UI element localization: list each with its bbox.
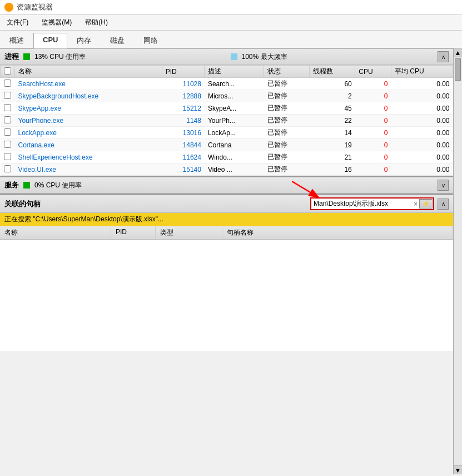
avg-cpu-cell: 0.00 (391, 90, 453, 102)
row-checkbox[interactable] (4, 80, 11, 87)
cpu-cell: 0 (355, 163, 391, 176)
app-icon (4, 3, 13, 12)
table-row[interactable]: SkypeBackgroundHost.exe 12888 Micros... … (1, 90, 453, 102)
row-checkbox[interactable] (4, 92, 11, 99)
pid-cell: 13016 (162, 127, 205, 139)
handles-col-name[interactable]: 名称 (0, 226, 111, 239)
services-cpu-usage: 0% CPU 使用率 (34, 181, 433, 190)
tab-bar: 概述 CPU 内存 磁盘 网络 (0, 31, 462, 48)
pid-cell: 14844 (162, 139, 205, 151)
status-cell: 已暂停 (264, 139, 309, 151)
handles-searching-status: 正在搜索 "C:\Users\SuperMan\Desktop\演示版.xlsx… (0, 213, 453, 226)
status-cell: 已暂停 (264, 78, 309, 90)
menu-monitor[interactable]: 监视器(M) (39, 17, 74, 28)
menu-help[interactable]: 帮助(H) (83, 17, 110, 28)
avg-cpu-cell: 0.00 (391, 127, 453, 139)
tab-overview[interactable]: 概述 (0, 33, 33, 48)
table-row[interactable]: LockApp.exe 13016 LockAp... 已暂停 14 0 0.0… (1, 127, 453, 139)
pid-cell: 1148 (162, 115, 205, 127)
services-title: 服务 (4, 180, 19, 190)
row-checkbox[interactable] (4, 153, 11, 160)
handles-table-body (0, 240, 453, 351)
vertical-scrollbar[interactable]: ▲ ▼ (453, 48, 462, 474)
status-cell: 已暂停 (264, 151, 309, 163)
handles-col-type[interactable]: 类型 (156, 226, 222, 239)
col-checkbox[interactable] (1, 66, 15, 78)
handles-search-input[interactable] (312, 200, 412, 209)
process-name-cell: ShellExperienceHost.exe (15, 151, 162, 163)
row-checkbox[interactable] (4, 128, 11, 136)
avg-cpu-cell: 0.00 (391, 139, 453, 151)
table-row[interactable]: Cortana.exe 14844 Cortana 已暂停 19 0 0.00 (1, 139, 453, 151)
col-desc[interactable]: 描述 (205, 66, 264, 78)
table-row[interactable]: SearchHost.exe 11028 Search... 已暂停 60 0 … (1, 78, 453, 90)
scrollbar-up-button[interactable]: ▲ (454, 48, 462, 57)
tab-cpu[interactable]: CPU (33, 33, 67, 48)
threads-cell: 16 (309, 163, 355, 176)
cpu-cell: 0 (355, 90, 391, 102)
table-row[interactable]: ShellExperienceHost.exe 11624 Windo... 已… (1, 151, 453, 163)
handles-col-pid[interactable]: PID (111, 226, 156, 239)
handles-collapse-button[interactable]: ∧ (438, 199, 449, 210)
col-pid[interactable]: PID (162, 66, 205, 78)
scrollbar-track[interactable] (454, 82, 462, 465)
handles-title: 关联的句柄 (4, 199, 41, 209)
handles-section-header: 关联的句柄 × ⚡ ∧ (0, 195, 453, 213)
services-section-header: 服务 0% CPU 使用率 ∨ (0, 177, 453, 194)
tab-network[interactable]: 网络 (134, 33, 167, 48)
row-checkbox[interactable] (4, 141, 11, 148)
handles-search-go-button[interactable]: ⚡ (419, 199, 433, 209)
title-bar: 资源监视器 (0, 0, 462, 15)
col-threads[interactable]: 线程数 (309, 66, 355, 78)
menu-file[interactable]: 文件(F) (4, 17, 31, 28)
threads-cell: 21 (309, 151, 355, 163)
cpu-cell: 0 (355, 151, 391, 163)
tab-disk[interactable]: 磁盘 (101, 33, 134, 48)
row-checkbox[interactable] (4, 165, 11, 172)
row-checkbox[interactable] (4, 116, 11, 123)
content-area: 进程 13% CPU 使用率 100% 最大频率 ∧ 名称 PID (0, 48, 453, 474)
table-row[interactable]: YourPhone.exe 1148 YourPh... 已暂停 22 0 0.… (1, 115, 453, 127)
services-collapse-button[interactable]: ∨ (438, 180, 449, 191)
scrollbar-thumb[interactable] (455, 58, 461, 81)
tab-memory[interactable]: 内存 (67, 33, 101, 48)
desc-cell: SkypeA... (205, 102, 264, 115)
cpu-cell: 0 (355, 115, 391, 127)
process-name-cell: SkypeBackgroundHost.exe (15, 90, 162, 102)
status-cell: 已暂停 (264, 90, 309, 102)
col-cpu[interactable]: CPU (355, 66, 391, 78)
process-collapse-button[interactable]: ∧ (438, 51, 449, 62)
col-name[interactable]: 名称 (15, 66, 162, 78)
avg-cpu-cell: 0.00 (391, 102, 453, 115)
process-name-cell: YourPhone.exe (15, 115, 162, 127)
cpu-indicator-green (23, 53, 30, 60)
table-row[interactable]: Video.UI.exe 15140 Video ... 已暂停 16 0 0.… (1, 163, 453, 176)
threads-cell: 22 (309, 115, 355, 127)
handles-col-handle-name[interactable]: 句柄名称 (222, 226, 453, 239)
col-avg-cpu[interactable]: 平均 CPU (391, 66, 453, 78)
threads-cell: 60 (309, 78, 355, 90)
scrollbar-down-button[interactable]: ▼ (454, 465, 462, 474)
status-cell: 已暂停 (264, 115, 309, 127)
process-name-cell: Video.UI.exe (15, 163, 162, 176)
process-name-cell: Cortana.exe (15, 139, 162, 151)
status-cell: 已暂停 (264, 127, 309, 139)
threads-cell: 19 (309, 139, 355, 151)
select-all-checkbox[interactable] (4, 67, 11, 75)
handles-table-header: 名称 PID 类型 句柄名称 (0, 226, 453, 240)
status-cell: 已暂停 (264, 163, 309, 176)
handles-search-wrapper: × ⚡ (310, 197, 434, 210)
services-section: 服务 0% CPU 使用率 ∨ (0, 176, 453, 194)
handles-search-clear-button[interactable]: × (412, 200, 419, 208)
desc-cell: Cortana (205, 139, 264, 151)
avg-cpu-cell: 0.00 (391, 163, 453, 176)
table-row[interactable]: SkypeApp.exe 15212 SkypeA... 已暂停 45 0 0.… (1, 102, 453, 115)
desc-cell: LockAp... (205, 127, 264, 139)
avg-cpu-cell: 0.00 (391, 115, 453, 127)
col-status[interactable]: 状态 (264, 66, 309, 78)
process-cpu-usage: 13% CPU 使用率 (34, 52, 226, 62)
status-cell: 已暂停 (264, 102, 309, 115)
menu-bar: 文件(F) 监视器(M) 帮助(H) (0, 15, 462, 31)
row-checkbox[interactable] (4, 104, 11, 111)
handles-section: 关联的句柄 × ⚡ ∧ 正在搜索 "C:\Users\SuperMan\Desk… (0, 194, 453, 351)
